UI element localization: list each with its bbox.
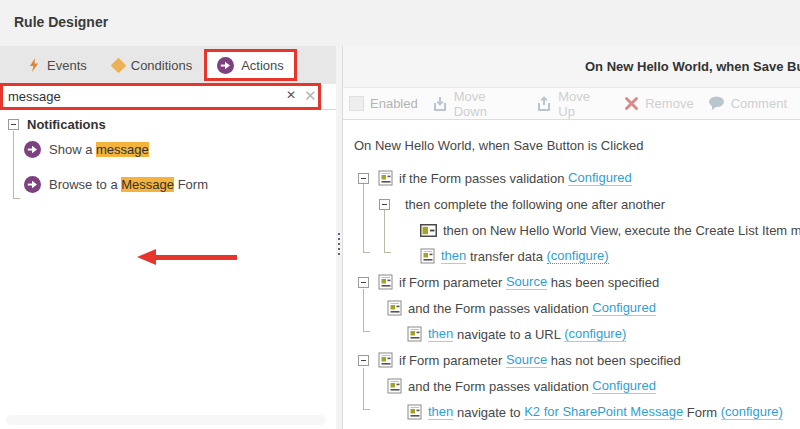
checkbox-icon[interactable] — [349, 96, 364, 111]
action-item-text: Form — [174, 177, 208, 192]
rule-link[interactable]: Source — [506, 352, 547, 368]
rule-designer-window: Rule Designer Events Conditions Actions — [0, 0, 800, 429]
comment-label: Comment — [731, 96, 787, 111]
form-page-icon — [420, 248, 435, 264]
group-label: Notifications — [27, 117, 106, 132]
rule-row: then transfer data (configure) — [343, 243, 800, 269]
annotation-arrow — [155, 255, 237, 260]
rule-link[interactable]: Configured — [592, 378, 656, 394]
rule-definition-tree: On New Hello World, when Save Button is … — [343, 120, 800, 429]
action-list-item[interactable]: Show a message — [0, 136, 336, 162]
window-header: Rule Designer — [0, 0, 800, 46]
rule-row: and the Form passes validation Configure… — [343, 373, 800, 399]
rule-text-segment: On New Hello World, when Save Button is … — [354, 138, 644, 153]
rule-row: then navigate to K2 for SharePoint Messa… — [343, 399, 800, 425]
rule-text-segment: if the Form passes validation — [399, 171, 568, 186]
move-up-label: Move Up — [558, 89, 610, 119]
tab-events[interactable]: Events — [28, 58, 87, 73]
arrow-circle-icon — [24, 141, 41, 158]
comment-button[interactable]: Comment — [708, 96, 787, 111]
rule-panel-header: On New Hello World, when Save Button is … — [343, 46, 800, 87]
rule-text-segment: then on New Hello World View, execute th… — [443, 223, 800, 238]
enabled-toggle[interactable]: Enabled — [349, 96, 418, 111]
rule-text-segment: navigate to a URL — [453, 327, 564, 342]
form-page-icon — [387, 378, 402, 394]
rule-row: if Form parameter Source has not been sp… — [343, 347, 800, 373]
rule-title-header: On New Hello World, when Save Button is … — [585, 59, 800, 74]
form-page-icon — [378, 352, 393, 368]
form-page-icon — [407, 404, 422, 420]
rule-text-segment: then complete the following one after an… — [405, 197, 665, 212]
rule-row: then on New Hello World View, execute th… — [343, 217, 800, 243]
arrow-circle-icon — [217, 57, 234, 74]
notifications-group-row: Notifications — [0, 110, 336, 136]
action-list-item[interactable]: Browse to a Message Form — [0, 171, 336, 197]
remove-button[interactable]: Remove — [624, 96, 693, 111]
annotation-arrow-head — [137, 249, 156, 265]
move-down-label: Move Down — [454, 89, 523, 119]
clear-search-icon[interactable]: ✕ — [286, 88, 296, 102]
rule-text-segment: and the Form passes validation — [408, 379, 592, 394]
form-page-icon — [378, 274, 393, 290]
rule-link[interactable]: then — [428, 326, 453, 342]
action-item-label: Show a message — [49, 142, 149, 157]
rule-link[interactable]: Configured — [568, 170, 632, 186]
tab-conditions-label: Conditions — [131, 58, 192, 73]
rule-row: and the Form passes validation Configure… — [343, 295, 800, 321]
form-page-icon — [378, 170, 393, 186]
rule-title-row: On New Hello World, when Save Button is … — [343, 132, 800, 158]
left-panel: Events Conditions Actions message ✕ ✕ — [0, 46, 336, 429]
rule-row: then navigate to a URL (configure) — [343, 321, 800, 347]
move-down-button[interactable]: Move Down — [432, 89, 523, 119]
form-page-icon — [387, 300, 402, 316]
rule-link[interactable]: (configure) — [721, 404, 783, 420]
rule-row: if the Form passes validation Configured — [343, 165, 800, 191]
rule-link[interactable]: (configure) — [547, 248, 609, 264]
rule-link[interactable]: then — [441, 248, 466, 264]
rule-link[interactable]: then — [428, 404, 453, 420]
tab-bar: Events Conditions Actions — [0, 46, 336, 84]
diamond-icon — [110, 57, 126, 73]
collapse-toggle[interactable] — [358, 355, 369, 366]
close-search-icon[interactable]: ✕ — [304, 87, 317, 105]
rule-row: if Form parameter Source has been specif… — [343, 269, 800, 295]
rule-link[interactable]: (configure) — [564, 326, 626, 342]
lightning-icon — [28, 58, 40, 72]
collapse-toggle[interactable] — [8, 119, 19, 130]
arrow-circle-icon — [24, 176, 41, 193]
tab-actions-label: Actions — [241, 58, 284, 73]
rule-text-segment: if Form parameter — [399, 353, 506, 368]
tab-conditions[interactable]: Conditions — [113, 58, 192, 73]
rule-text-segment: Form — [683, 405, 721, 420]
collapse-toggle[interactable] — [358, 173, 369, 184]
move-up-icon — [536, 96, 552, 112]
search-input[interactable]: message — [8, 89, 61, 104]
tree-connector — [13, 198, 20, 199]
rule-text-segment: and the Form passes validation — [408, 301, 592, 316]
move-down-icon — [432, 96, 448, 112]
collapse-toggle[interactable] — [358, 277, 369, 288]
search-row: message ✕ ✕ — [0, 84, 336, 110]
rule-link[interactable]: Source — [506, 274, 547, 290]
action-item-text: Message — [121, 177, 174, 192]
rule-toolbar: Enabled Move Down Move Up — [343, 87, 800, 120]
rule-row: then complete the following one after an… — [343, 191, 800, 217]
rule-text-segment: has not been specified — [547, 353, 681, 368]
rule-link[interactable]: Configured — [592, 300, 656, 316]
rule-text-segment: navigate to — [453, 405, 524, 420]
move-up-button[interactable]: Move Up — [536, 89, 610, 119]
tab-actions[interactable]: Actions — [204, 49, 297, 81]
actions-list: Notifications Show a messageBrowse to a … — [0, 110, 336, 429]
rule-link[interactable]: K2 for SharePoint Message — [524, 404, 683, 420]
collapse-toggle[interactable] — [379, 199, 390, 210]
horizontal-scrollbar[interactable] — [6, 415, 326, 425]
form-page-icon — [407, 326, 422, 342]
comment-icon — [708, 96, 725, 111]
rule-text-segment: transfer data — [466, 249, 546, 264]
remove-icon — [624, 96, 639, 111]
splitter-handle-icon[interactable] — [338, 233, 340, 257]
enabled-label: Enabled — [370, 96, 418, 111]
rule-text-segment: if Form parameter — [399, 275, 506, 290]
list-item-icon — [420, 224, 437, 237]
remove-label: Remove — [645, 96, 693, 111]
